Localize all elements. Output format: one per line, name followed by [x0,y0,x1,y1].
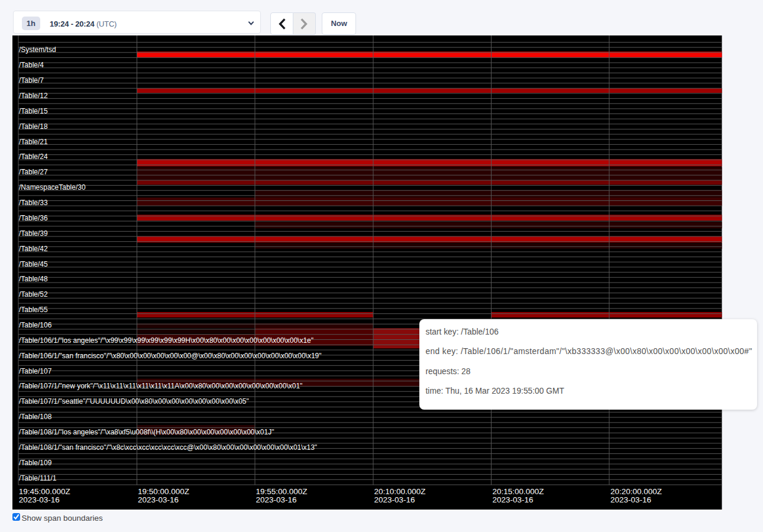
svg-text:20:20:00.000Z: 20:20:00.000Z [610,486,662,495]
svg-text:/Table/107/1/"seattle"/"UUUUUU: /Table/107/1/"seattle"/"UUUUUUD\x00\x80\… [19,397,249,406]
svg-text:2023-03-16: 2023-03-16 [19,495,60,504]
svg-text:/Table/33: /Table/33 [19,199,48,207]
svg-text:19:55:00.000Z: 19:55:00.000Z [256,486,308,495]
svg-text:/Table/27: /Table/27 [19,168,48,176]
svg-text:/Table/111/1: /Table/111/1 [19,473,57,482]
svg-text:/Table/39: /Table/39 [19,229,48,237]
svg-text:2023-03-16: 2023-03-16 [138,495,179,504]
svg-text:/Table/108/1/"los angeles"/"\x: /Table/108/1/"los angeles"/"\xa8\xf5\u00… [19,428,274,436]
svg-text:/Table/107/1/"new york"/"\x11\: /Table/107/1/"new york"/"\x11\x11\x11\x1… [19,382,302,390]
svg-text:19:50:00.000Z: 19:50:00.000Z [138,486,189,495]
svg-text:/Table/24: /Table/24 [19,153,48,161]
svg-text:20:15:00.000Z: 20:15:00.000Z [492,486,544,495]
svg-text:/Table/108/1/"san francisco"/": /Table/108/1/"san francisco"/"\x8c\xcc\x… [19,443,317,451]
svg-text:2023-03-16: 2023-03-16 [492,495,533,504]
svg-text:/Table/21: /Table/21 [19,137,48,145]
svg-text:/Table/12: /Table/12 [19,91,48,99]
svg-text:2023-03-16: 2023-03-16 [610,495,651,504]
svg-text:/Table/52: /Table/52 [19,290,48,299]
svg-text:/Table/15: /Table/15 [19,106,48,115]
svg-text:/Table/48: /Table/48 [19,275,48,283]
svg-text:/Table/106/1/"san francisco"/": /Table/106/1/"san francisco"/"\x80\x00\x… [19,351,322,359]
svg-text:/Table/108: /Table/108 [19,413,52,421]
svg-text:2023-03-16: 2023-03-16 [374,495,415,504]
svg-text:19:45:00.000Z: 19:45:00.000Z [19,486,70,495]
svg-text:20:10:00.000Z: 20:10:00.000Z [374,486,425,495]
svg-text:/NamespaceTable/30: /NamespaceTable/30 [19,183,86,192]
svg-text:/System/tsd: /System/tsd [19,46,56,54]
svg-text:/Table/7: /Table/7 [19,76,44,84]
svg-text:/Table/106: /Table/106 [19,321,52,329]
svg-text:/Table/18: /Table/18 [19,122,48,130]
svg-text:/Table/55: /Table/55 [19,306,48,314]
svg-text:/Table/107: /Table/107 [19,366,52,375]
svg-text:/Table/45: /Table/45 [19,259,48,268]
svg-text:/Table/36: /Table/36 [19,213,48,222]
svg-text:2023-03-16: 2023-03-16 [256,495,297,504]
svg-text:/Table/42: /Table/42 [19,244,48,252]
svg-text:/Table/106/1/"los angeles"/"\x: /Table/106/1/"los angeles"/"\x99\x99\x99… [19,336,313,344]
svg-text:/Table/109: /Table/109 [19,458,52,466]
svg-text:/Table/4: /Table/4 [19,61,44,69]
